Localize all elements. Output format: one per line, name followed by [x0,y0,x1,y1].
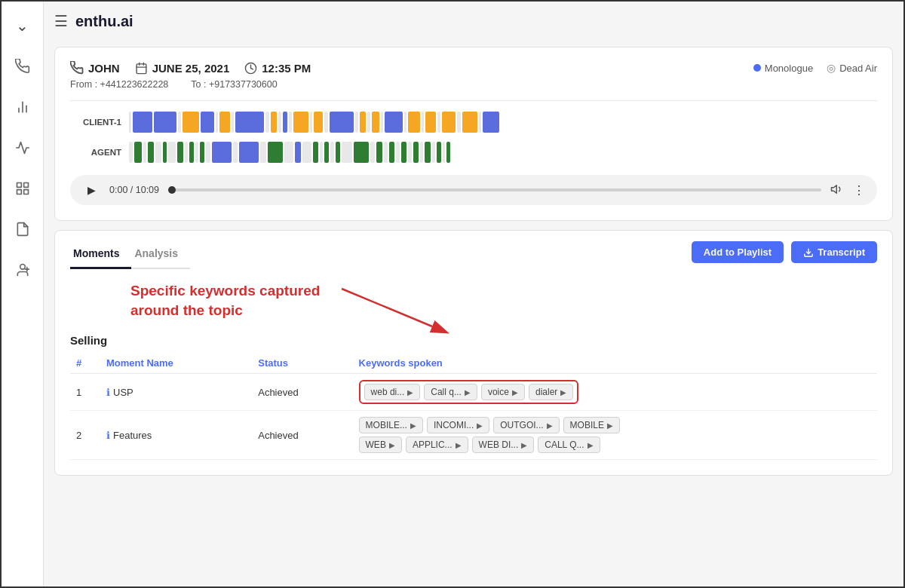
table-row: 2 ℹ Features Achieved [70,411,877,460]
sidebar-item-analytics[interactable] [11,95,35,119]
keyword-tag[interactable]: WEB DI... ▶ [472,436,535,453]
hamburger-icon[interactable]: ☰ [54,12,68,30]
col-keywords: Keywords spoken [353,353,877,374]
keyword-tag[interactable]: CALL Q... ▶ [538,436,600,453]
keyword-tag[interactable]: MOBILE ▶ [563,417,620,433]
agent-name: JOHN [88,62,120,75]
call-header-row: JOHN JUNE 25, 2021 12:35 PM [70,61,877,75]
svg-rect-6 [17,190,21,194]
monologue-dot [753,64,761,72]
main-content: ☰ enthu.ai JOHN [44,2,903,586]
section-label: Selling [70,334,877,347]
col-moment-name: Moment Name [100,353,252,374]
keyword-text: INCOMI... [434,420,474,430]
dead-air-icon: ◎ [827,62,836,74]
phone-icon [70,61,84,75]
tab-moments[interactable]: Moments [70,241,131,269]
row-status: Achieved [252,411,352,460]
play-icon[interactable]: ▶ [512,388,518,397]
row-number: 1 [70,374,100,411]
sidebar-item-collapse[interactable]: ⌄ [11,14,35,38]
progress-bar[interactable] [168,188,821,191]
keyword-text: WEB DI... [479,439,519,450]
play-icon[interactable]: ▶ [560,388,566,397]
row-status: Achieved [252,374,352,411]
monologue-label: Monologue [765,63,813,74]
svg-rect-5 [23,190,28,194]
call-to: To : +917337730600 [191,79,277,90]
play-icon[interactable]: ▶ [587,441,594,449]
play-icon[interactable]: ▶ [465,388,471,397]
keyword-text: MOBILE... [366,420,407,430]
row-moment-name: ℹ Features [100,411,252,460]
sidebar-item-activity[interactable] [11,136,35,160]
app-logo: enthu.ai [75,13,133,30]
col-number: # [70,353,100,374]
transcript-button[interactable]: Transcript [791,241,877,263]
annotation-text: Specific keywords captured around the to… [130,281,349,320]
call-legends: Monologue ◎ Dead Air [753,62,877,74]
keyword-tag[interactable]: Call q... ▶ [424,384,477,400]
play-icon[interactable]: ▶ [607,421,613,430]
annotation-area: Specific keywords captured around the to… [70,281,877,334]
date-meta: JUNE 25, 2021 [135,62,230,75]
svg-marker-15 [832,185,837,193]
keywords-row1: MOBILE... ▶ INCOMI... ▶ OUTG [359,417,871,433]
client-track-label: CLIENT-1 [70,118,121,127]
calendar-icon [135,62,148,75]
sidebar-item-reports[interactable] [11,217,35,241]
keyword-text: dialer [535,387,557,397]
play-icon[interactable]: ▶ [547,421,553,430]
keyword-tag[interactable]: APPLIC... ▶ [406,436,468,453]
sidebar-item-phone[interactable] [11,54,35,78]
time-meta: 12:35 PM [244,62,311,75]
moments-table: # Moment Name Status Keywords spoken 1 [70,353,877,460]
play-icon[interactable]: ▶ [521,441,527,449]
add-to-playlist-button[interactable]: Add to Playlist [692,241,784,263]
keyword-tag[interactable]: INCOMI... ▶ [427,417,489,433]
keyword-tag[interactable]: voice ▶ [481,384,525,400]
more-options-icon[interactable]: ⋮ [853,183,865,198]
clock-icon [244,62,257,75]
sidebar-item-library[interactable] [11,176,35,201]
moment-name-text: USP [113,387,133,398]
keyword-tag[interactable]: OUTGOI... ▶ [493,417,559,433]
play-icon[interactable]: ▶ [477,421,483,430]
keyword-tag[interactable]: WEB ▶ [359,436,402,453]
table-header-row: # Moment Name Status Keywords spoken [70,353,877,374]
tab-analysis[interactable]: Analysis [131,241,190,269]
call-from: From : +441223622228 [70,79,168,90]
info-icon: ℹ [106,387,110,398]
moments-card: Moments Analysis Add to Playlist Transcr… [54,230,893,476]
play-icon[interactable]: ▶ [456,441,462,449]
divider [70,100,877,101]
monologue-legend: Monologue [753,63,813,74]
col-status: Status [252,353,352,374]
transcript-label: Transcript [818,247,865,258]
play-icon[interactable]: ▶ [407,388,413,397]
keyword-tag[interactable]: web di... ▶ [364,384,421,400]
keyword-text: Call q... [431,387,462,397]
call-time: 12:35 PM [262,62,311,75]
download-icon [803,247,814,258]
dead-air-label: Dead Air [839,63,877,74]
keyword-text: voice [488,387,509,397]
keyword-tag[interactable]: dialer ▶ [529,384,573,400]
volume-icon[interactable] [830,182,844,198]
row-keywords: MOBILE... ▶ INCOMI... ▶ OUTG [353,411,877,460]
moments-actions: Add to Playlist Transcript [692,241,877,263]
agent-meta: JOHN [70,61,120,75]
moment-name-text: Features [113,430,152,441]
row-number: 2 [70,411,100,460]
sidebar-item-users[interactable] [11,258,35,282]
keyword-tag[interactable]: MOBILE... ▶ [359,417,423,433]
play-button[interactable]: ▶ [82,181,100,199]
play-icon[interactable]: ▶ [389,441,395,449]
svg-rect-3 [17,183,21,188]
svg-line-18 [342,289,432,326]
audio-player: ▶ 0:00 / 10:09 ⋮ [70,175,877,205]
keyword-text: MOBILE [570,420,604,430]
play-icon[interactable]: ▶ [410,421,416,430]
client-track-bars [129,110,877,134]
time-display: 0:00 / 10:09 [109,185,159,195]
